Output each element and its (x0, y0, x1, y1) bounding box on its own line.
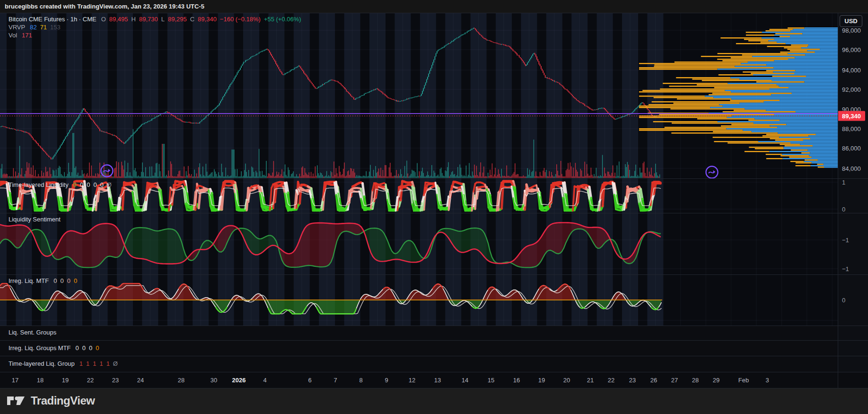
pane-legend-ilg-value: 0 (96, 344, 99, 352)
time-label: 26 (650, 377, 657, 384)
time-label: 29 (713, 377, 719, 384)
legend-row-2-value: 171 (22, 32, 32, 39)
header-title: brucegibbs created with TradingView.com,… (5, 3, 204, 10)
time-label: 22 (608, 377, 614, 384)
pane-legend-tlg[interactable]: Time-layered Liq. Group11111Ø (9, 360, 121, 367)
pane-divider (0, 356, 868, 356)
currency-button[interactable]: USD (840, 15, 862, 27)
price-label: 94,000 (842, 67, 861, 74)
pane-divider (0, 326, 868, 326)
pane-legend-irr-value: 0 (74, 277, 77, 284)
time-label: 22 (87, 377, 94, 384)
indicator-axis-label: −1 (842, 237, 849, 244)
time-label: 15 (488, 377, 494, 384)
time-layered-liquidity-pane[interactable] (0, 179, 838, 213)
time-label: 19 (62, 377, 69, 384)
liquidity-sentiment-pane[interactable] (0, 213, 838, 274)
legend-row-1[interactable]: VRVP8271153 (9, 24, 64, 31)
liquidity-sentiment-canvas[interactable] (0, 213, 838, 274)
header-bar: brucegibbs created with TradingView.com,… (0, 0, 868, 13)
time-layered-liquidity-canvas[interactable] (0, 179, 838, 213)
scale-divider (838, 13, 838, 388)
pane-legend-sent[interactable]: Liquidity Sentiment (9, 216, 65, 223)
pane-legend-irr-value: 0 (67, 277, 70, 284)
legend-row-1-title: VRVP (9, 24, 25, 31)
pane-legend-tl-value: 0 (73, 181, 77, 188)
pane-divider (0, 213, 868, 213)
legend-row-0-value: 89,730 (139, 16, 158, 23)
pane-legend-tl[interactable]: Time-layered Liquidity00000Ø (9, 181, 115, 188)
pane-legend-tl-value: 0 (87, 181, 90, 188)
pane-legend-ilg-title: Irreg. Liq. Groups MTF (9, 344, 70, 352)
legend-row-0-value: O (101, 16, 106, 23)
time-label: 18 (37, 377, 44, 384)
pane-legend-tl-value: 0 (93, 181, 96, 188)
indicator-axis-label: 1 (842, 179, 845, 186)
pane-legend-tlg-title: Time-layered Liq. Group (9, 360, 75, 367)
irreg-liq-groups-mtf-pane[interactable] (0, 341, 838, 356)
pane-legend-lsg[interactable]: Liq. Sent. Groups (9, 329, 61, 336)
time-label: 2026 (232, 377, 246, 384)
pane-legend-tl-value: 0 (100, 181, 104, 188)
tradingview-logo[interactable]: TradingView (6, 394, 95, 407)
time-label: 23 (629, 377, 636, 384)
irreg-liq-mtf-pane[interactable] (0, 275, 838, 326)
price-label: 98,000 (842, 27, 861, 34)
price-chart-canvas[interactable] (0, 13, 838, 178)
time-label: 6 (308, 377, 311, 384)
pane-legend-lsg-title: Liq. Sent. Groups (9, 329, 56, 336)
pane-legend-tl-title: Time-layered Liquidity (9, 181, 69, 188)
time-label: 28 (178, 377, 184, 384)
time-label: 21 (587, 377, 594, 384)
pane-divider (0, 372, 868, 372)
legend-row-1-value: 82 (30, 24, 36, 31)
time-label: 13 (434, 377, 441, 384)
tradingview-chart-screenshot: brucegibbs created with TradingView.com,… (0, 0, 868, 414)
time-label: 23 (112, 377, 119, 384)
legend-row-0-value: C (190, 16, 194, 23)
legend-row-0-value: −160 (−0.18%) (220, 16, 261, 23)
time-label: 30 (210, 377, 217, 384)
pane-legend-tlg-value: 1 (106, 360, 110, 367)
pane-legend-irr[interactable]: Irreg. Liq. MTF0000 (9, 277, 80, 284)
time-label: 3 (765, 377, 769, 384)
pane-legend-irr-value: 0 (53, 277, 57, 284)
pane-legend-irr-title: Irreg. Liq. MTF (9, 277, 49, 284)
pane-legend-irr-value: 0 (60, 277, 63, 284)
legend-row-2[interactable]: Vol171 (9, 32, 35, 39)
pane-legend-tlg-value: 1 (99, 360, 103, 367)
liq-sent-groups-pane[interactable] (0, 326, 838, 340)
pane-legend-sent-title: Liquidity Sentiment (9, 216, 61, 223)
legend-row-2-title: Vol (9, 32, 17, 39)
price-label: 92,000 (842, 86, 861, 93)
time-scale[interactable]: 1718192223242830202646789121314151619202… (0, 372, 868, 388)
price-scale[interactable]: USD 98,00096,00094,00092,00090,00088,000… (838, 13, 868, 388)
indicator-axis-label: 0 (842, 206, 845, 213)
sync-arrow-marker-icon[interactable] (706, 167, 718, 178)
legend-row-1-value: 71 (40, 24, 47, 31)
pane-legend-tlg-value: 1 (79, 360, 83, 367)
legend-row-1-value: 153 (50, 24, 61, 31)
pane-divider (0, 388, 868, 388)
legend-row-0-value: 89,495 (109, 16, 128, 23)
indicator-axis-label: −1 (842, 265, 849, 273)
time-label: 14 (462, 377, 468, 384)
pane-divider (0, 178, 868, 179)
pane-legend-ilg[interactable]: Irreg. Liq. Groups MTF0000 (9, 344, 102, 352)
pane-legend-ilg-value: 0 (75, 344, 79, 352)
pane-legend-tl-value: 0 (80, 181, 83, 188)
irreg-liq-mtf-canvas[interactable] (0, 275, 838, 326)
legend-row-0-value: +55 (+0.06%) (264, 16, 301, 23)
pane-divider (0, 340, 868, 341)
price-label: 84,000 (842, 165, 861, 172)
legend-row-0-value: H (132, 16, 136, 23)
legend-row-0[interactable]: Bitcoin CME Futures · 1h · CMEO89,495H89… (9, 16, 305, 23)
price-pane[interactable] (0, 13, 838, 178)
time-label: 17 (12, 377, 18, 384)
pane-legend-tlg-value: 1 (93, 360, 96, 367)
legend-row-0-value: 89,340 (198, 16, 217, 23)
time-label: 19 (538, 377, 545, 384)
footer-bar: TradingView (0, 388, 868, 414)
time-label: 9 (385, 377, 388, 384)
time-layered-liq-group-pane[interactable] (0, 356, 838, 372)
